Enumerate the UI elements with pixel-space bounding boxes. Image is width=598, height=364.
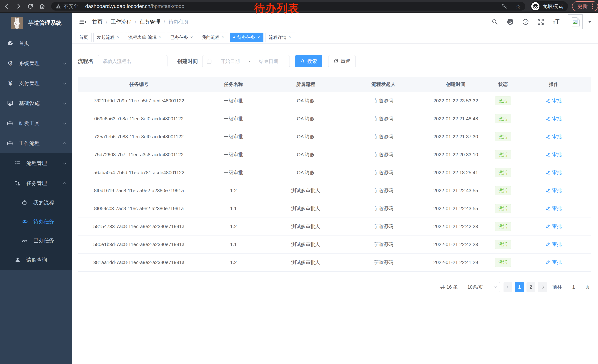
page-size-select[interactable]: 10条/页 [463, 282, 500, 292]
avatar-dropdown-caret[interactable] [588, 21, 591, 23]
reset-button[interactable]: 重置 [328, 55, 356, 67]
browser-home-icon[interactable] [37, 1, 47, 11]
table-row: 73211d9d-7b9b-11ec-b5b7-acde48001122 一级审… [78, 92, 590, 110]
column-header: 创建时间 [422, 77, 489, 92]
approve-link[interactable]: 审批 [546, 223, 562, 230]
tab[interactable]: 流程详情 × [265, 32, 295, 42]
edit-pen-icon [546, 152, 551, 157]
github-icon[interactable] [507, 18, 514, 25]
browser-forward-icon[interactable] [13, 1, 24, 11]
page-number-button[interactable]: 1 [515, 282, 524, 292]
approve-link[interactable]: 审批 [546, 169, 562, 176]
status-badge: 激活 [495, 186, 511, 195]
sidebar-item-process-mgmt[interactable]: 流程管理 [0, 153, 72, 173]
fullscreen-icon[interactable] [537, 18, 544, 25]
sidebar-item-done-tasks[interactable]: 已办任务 [0, 231, 72, 250]
start-date-placeholder[interactable]: 开始日期 [213, 58, 247, 65]
sidebar-item-my-process[interactable]: 我的流程 [0, 193, 72, 212]
browser-update-button[interactable]: 更新 [572, 1, 598, 11]
security-warning-icon[interactable] [56, 4, 61, 9]
tab[interactable]: 待办任务 × [230, 32, 263, 42]
cell-task-id: 069c6a63-7b8a-11ec-8ef0-acde48001122 [78, 110, 200, 128]
breadcrumb-home[interactable]: 首页 [92, 18, 103, 25]
browser-reload-icon[interactable] [25, 1, 36, 11]
bookmark-star-icon[interactable]: ☆ [515, 3, 521, 9]
tags-view: 首页 发起流程 × 流程表单-编辑 × 已办任务 [72, 31, 598, 44]
cell-task-id: a6aba0a4-7b6d-11ec-b781-acde48001122 [78, 164, 200, 182]
column-header: 任务名称 [200, 77, 267, 92]
end-date-placeholder[interactable]: 结束日期 [252, 58, 285, 65]
eye-icon [20, 218, 29, 225]
sidebar-item-infra[interactable]: 基础设施 [0, 93, 72, 113]
chevron-up-icon [63, 182, 66, 186]
font-size-icon[interactable]: TT [553, 18, 559, 26]
page-number-button[interactable]: 2 [526, 282, 535, 292]
browser-menu-icon[interactable] [591, 3, 594, 10]
tab-close-icon[interactable]: × [190, 35, 193, 40]
approve-link[interactable]: 审批 [546, 151, 562, 158]
avatar[interactable] [568, 15, 583, 29]
goto-page-input[interactable] [566, 282, 581, 292]
breadcrumb-task-mgmt[interactable]: 任务管理 [140, 18, 160, 25]
process-name-input[interactable] [98, 55, 167, 67]
sidebar-item-task-mgmt[interactable]: 任务管理 [0, 173, 72, 193]
prev-page-button[interactable] [504, 282, 512, 292]
sidebar-item-system[interactable]: ⚙ 系统管理 [0, 53, 72, 73]
help-icon[interactable]: ? [522, 18, 529, 25]
cell-task-name: 1.2 [200, 182, 267, 200]
goto-label: 前往 [552, 284, 562, 290]
column-header: 流程发起人 [345, 77, 422, 92]
app-logo[interactable]: 芋道管理系统 [0, 13, 72, 33]
column-header: 任务编号 [78, 77, 200, 92]
workflow-submenu: 流程管理 任务管理 我的流程 待办任务 [0, 153, 72, 270]
browser-back-icon[interactable] [1, 1, 12, 11]
tab-close-icon[interactable]: × [117, 35, 119, 40]
cell-starter: 芋道源码 [345, 200, 422, 218]
tab[interactable]: 我的流程 × [198, 32, 228, 42]
tab-close-icon[interactable]: × [289, 35, 291, 40]
tab-close-icon[interactable]: × [159, 35, 161, 40]
approve-link[interactable]: 审批 [546, 259, 562, 266]
tab[interactable]: 发起流程 × [93, 32, 123, 42]
chevron-up-icon [63, 142, 66, 146]
tab[interactable]: 首页 [75, 32, 91, 42]
dashboard-icon [6, 40, 15, 47]
approve-link[interactable]: 审批 [546, 115, 562, 122]
search-icon[interactable] [491, 18, 498, 25]
sidebar-item-workflow[interactable]: 工作流程 [0, 133, 72, 153]
search-button[interactable]: 搜索 [295, 55, 322, 67]
approve-link[interactable]: 审批 [546, 133, 562, 140]
cell-task-name: 一级审批 [200, 128, 267, 146]
tab-close-icon[interactable]: × [257, 35, 260, 40]
sidebar-collapse-icon[interactable] [79, 18, 86, 25]
total-count: 共 16 条 [440, 284, 458, 290]
sidebar-item-devtools[interactable]: 研发工具 [0, 113, 72, 133]
approve-link[interactable]: 审批 [546, 97, 562, 104]
sidebar-item-todo-tasks[interactable]: 待办任务 [0, 212, 72, 231]
date-range-input[interactable]: 开始日期 - 结束日期 [202, 55, 290, 67]
tab[interactable]: 流程表单-编辑 × [125, 32, 165, 42]
monitor-icon [6, 100, 15, 107]
sidebar-item-leave-query[interactable]: 请假查询 [0, 250, 72, 270]
briefcase-icon [6, 140, 15, 147]
cell-task-name: 1.1 [200, 200, 267, 218]
tab-label: 流程表单-编辑 [128, 34, 157, 40]
table-row: 58154733-7ac8-11ec-a9e2-a2380e71991a 1.2… [78, 218, 590, 235]
task-table: 任务编号任务名称所属流程流程发起人创建时间状态操作 73211d9d-7b9b-… [78, 77, 590, 272]
next-page-button[interactable] [538, 282, 547, 292]
approve-link[interactable]: 审批 [546, 187, 562, 194]
approve-link[interactable]: 审批 [546, 205, 562, 212]
create-time-label: 创建时间 [177, 58, 198, 65]
sidebar-item-payment[interactable]: ¥ 支付管理 [0, 73, 72, 93]
key-icon[interactable] [501, 3, 507, 9]
breadcrumb-workflow[interactable]: 工作流程 [111, 18, 132, 25]
approve-link[interactable]: 审批 [546, 241, 562, 248]
tab[interactable]: 已办任务 × [167, 32, 196, 42]
sidebar-item-home[interactable]: 首页 [0, 33, 72, 53]
process-name-label: 流程名 [78, 58, 93, 65]
table-row: 725a1eb6-7b88-11ec-8ef0-acde48001122 一级审… [78, 128, 590, 146]
cell-process: 测试多审批人 [267, 200, 345, 218]
cell-process: OA 请假 [267, 110, 345, 128]
tab-close-icon[interactable]: × [222, 35, 224, 40]
cell-starter: 芋道源码 [345, 235, 422, 253]
